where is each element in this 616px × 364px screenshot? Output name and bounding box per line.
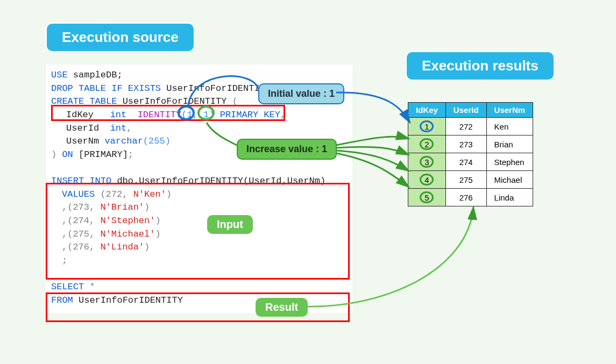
cell-nm: Brian — [486, 135, 533, 153]
execution-results-title: Execution results — [406, 51, 555, 81]
varchar-len: (255) — [143, 136, 171, 146]
cell-idkey-2: 2 — [420, 138, 434, 150]
highlight-insert-block — [46, 183, 350, 280]
callout-initial-value: Initial value : 1 — [258, 83, 344, 104]
execution-source-title: Execution source — [46, 23, 195, 52]
ellipse-seed — [178, 105, 195, 120]
cell-uid: 276 — [445, 189, 486, 206]
results-table: IdKey UserId UserNm 1 272 Ken 2 273 Bria… — [408, 102, 533, 206]
cell-nm: Michael — [486, 171, 533, 189]
primary-fg: [PRIMARY] — [79, 149, 128, 160]
col-userid: UserId — [66, 123, 99, 133]
ellipse-increment — [197, 105, 215, 120]
cell-uid: 274 — [445, 153, 486, 171]
table-row: 2 273 Brian — [408, 135, 533, 153]
th-usernm: UserNm — [486, 103, 533, 118]
cell-uid: 275 — [445, 171, 486, 189]
label-result: Result — [256, 298, 308, 317]
cell-uid: 273 — [445, 135, 486, 153]
cell-nm: Linda — [486, 189, 533, 206]
th-userid: UserId — [445, 103, 486, 118]
cell-idkey-5: 5 — [420, 191, 434, 203]
table-row: 4 275 Michael — [408, 171, 533, 189]
cell-idkey-4: 4 — [420, 174, 434, 185]
kw-select: SELECT — [51, 282, 84, 292]
kw-drop: DROP TABLE IF EXISTS — [51, 83, 161, 94]
highlight-identity-row — [51, 105, 285, 121]
cell-nm: Ken — [486, 118, 533, 135]
cell-idkey-1: 1 — [420, 120, 434, 132]
cell-uid: 272 — [445, 118, 486, 135]
kw-on: ON — [62, 149, 73, 160]
table-row: 3 274 Stephen — [408, 153, 533, 171]
select-star: * — [89, 282, 95, 292]
table-row: 5 276 Linda — [408, 189, 533, 206]
table-row: 1 272 Ken — [408, 118, 533, 135]
type-int2: int — [110, 123, 127, 133]
callout-increase-value: Increase value : 1 — [237, 139, 337, 160]
tbl-drop: UserInfoForIDENTITY — [166, 83, 271, 94]
th-idkey: IdKey — [408, 103, 446, 118]
kw-use: USE — [51, 70, 68, 80]
label-input: Input — [207, 215, 253, 234]
db-name: sampleDB — [73, 70, 117, 80]
type-varchar: varchar — [104, 136, 143, 146]
cell-nm: Stephen — [486, 153, 533, 171]
cell-idkey-3: 3 — [420, 156, 434, 168]
col-usernm: UserNm — [66, 136, 99, 146]
